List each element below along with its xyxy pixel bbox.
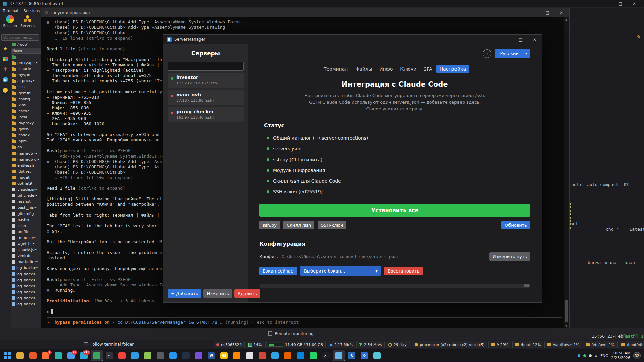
file-tree-item[interactable]: .tmux.co~ xyxy=(11,235,41,241)
quick-connect-input[interactable] xyxy=(1,34,39,41)
file-tree-item[interactable]: .claude.js~ xyxy=(11,247,41,253)
file-tree-item[interactable]: .gitconfig xyxy=(11,210,41,217)
menu-terminal[interactable]: Terminal xyxy=(3,9,18,13)
backup-select[interactable]: Выберите бэкап... ▾ xyxy=(300,266,381,276)
file-tree-item[interactable]: .lesshst xyxy=(11,198,41,204)
file-tree-item[interactable]: .codex xyxy=(11,132,41,138)
file-tree-item[interactable]: .di-proxy~ xyxy=(11,120,41,126)
info-icon[interactable]: i xyxy=(483,49,491,58)
server-list-item[interactable]: proxy-checker161.97.118.40 [ssh] xyxy=(168,107,244,122)
close-icon[interactable]: × xyxy=(528,35,542,44)
file-tree-item[interactable]: .zshrc xyxy=(11,223,41,229)
gmail-icon[interactable] xyxy=(256,350,268,361)
language-selector[interactable]: Русский ▾ xyxy=(495,49,530,58)
session-button[interactable]: Session xyxy=(1,14,19,28)
minimize-icon[interactable]: – xyxy=(526,9,540,16)
server-list-item[interactable]: investor173.212.212.157 [ssh] xyxy=(168,73,244,88)
file-tree-item[interactable]: .nuget xyxy=(11,174,41,180)
file-tree-item[interactable]: log_backu~ xyxy=(11,283,41,289)
file-tree-item[interactable]: .dotnet xyxy=(11,168,41,174)
file-tree-item[interactable]: log_backu~ xyxy=(11,289,41,295)
scroll-down-icon[interactable]: ▼ xyxy=(564,324,569,327)
snipping-tool-icon[interactable] xyxy=(371,350,383,361)
tray-app-icon[interactable] xyxy=(583,354,586,357)
file-tree-item[interactable]: go xyxy=(11,144,41,150)
file-tree-item[interactable]: .local xyxy=(11,114,41,120)
scroll-up-icon[interactable]: ▲ xyxy=(564,18,569,21)
anydesk-icon[interactable] xyxy=(116,350,128,361)
horizontal-scrollbar[interactable] xyxy=(259,284,530,288)
edge-2-icon[interactable] xyxy=(294,350,307,361)
file-tree-item[interactable]: proxyapis~ xyxy=(11,60,41,66)
file-tree-item[interactable]: log_backu~ xyxy=(11,295,41,301)
backup-now-button[interactable]: Бэкап сейчас xyxy=(259,267,297,275)
language-indicator[interactable]: ENG xyxy=(600,354,608,358)
firefox-icon[interactable]: 2 xyxy=(40,350,52,361)
chrome-icon[interactable]: 26 xyxy=(65,350,77,361)
refresh-button[interactable]: Обновить xyxy=(501,221,530,229)
file-tree-item[interactable]: .npm xyxy=(11,138,41,144)
maximize-icon[interactable]: □ xyxy=(514,35,528,44)
scrollbar-thumb[interactable] xyxy=(524,284,530,287)
minimize-icon[interactable]: – xyxy=(599,0,613,7)
file-tree-item[interactable]: log_backu~ xyxy=(11,271,41,277)
sessions-grid-button[interactable] xyxy=(2,56,8,62)
start-icon[interactable] xyxy=(1,350,13,361)
terminal-app-icon[interactable]: >_ xyxy=(103,350,115,361)
whatsapp-icon[interactable] xyxy=(307,350,319,361)
hidden-icons-chevron-icon[interactable]: ∧ xyxy=(595,354,597,358)
firefox-2-icon[interactable] xyxy=(282,350,294,361)
browser-profile-icon[interactable] xyxy=(244,350,256,361)
edit-server-button[interactable]: Изменить xyxy=(203,289,232,298)
media-player-icon[interactable] xyxy=(193,350,205,361)
quick-access-icon[interactable]: Q xyxy=(358,350,370,361)
tree-column-header[interactable]: Name xyxy=(11,48,41,54)
file-tree-item[interactable]: mariadb-d~ xyxy=(11,156,41,162)
file-tree-item[interactable]: .kimi xyxy=(11,102,41,108)
file-tree-item[interactable]: .mariadb_~ xyxy=(11,259,41,265)
server-list-item[interactable]: main-ovh37.187.136.86 [ssh] xyxy=(168,90,244,105)
file-tree-item[interactable]: .cache xyxy=(11,108,41,114)
menu-sessions[interactable]: Sessions xyxy=(24,9,40,13)
close-icon[interactable]: × xyxy=(554,9,569,16)
file-tree-item[interactable]: .. xyxy=(11,54,41,60)
remote-monitoring-toggle[interactable]: Remote monitoring xyxy=(268,331,314,336)
file-tree-item[interactable]: .wget-hs~ xyxy=(11,241,41,247)
install-all-button[interactable]: Установить всё xyxy=(259,204,530,217)
file-tree-item[interactable]: log_backu~ xyxy=(11,277,41,283)
terminal-2-icon[interactable]: >_ xyxy=(320,350,332,361)
file-tree-item[interactable]: .gemini xyxy=(11,90,41,96)
telegram-icon[interactable]: 715 xyxy=(78,350,90,361)
close-icon[interactable]: × xyxy=(627,0,641,7)
restore-button[interactable]: Восстановить xyxy=(384,267,423,275)
notification-count-badge[interactable]: 32 xyxy=(633,352,641,359)
obs-icon[interactable] xyxy=(154,350,166,361)
docker-icon[interactable] xyxy=(167,350,179,361)
file-tree-item[interactable]: dotnet9 xyxy=(11,180,41,186)
follow-terminal-folder-toggle[interactable]: Follow terminal folder xyxy=(84,342,134,347)
maximize-icon[interactable]: □ xyxy=(540,9,554,16)
servers-button[interactable]: Servers xyxy=(19,14,36,28)
brave-browser-icon[interactable] xyxy=(27,350,39,361)
notepad-icon[interactable] xyxy=(142,350,154,361)
tab-2FA[interactable]: 2FA xyxy=(420,65,435,73)
vlc-icon[interactable] xyxy=(231,350,243,361)
word-icon[interactable]: W xyxy=(205,350,217,361)
component-button[interactable]: Скилл /ssh xyxy=(283,221,314,229)
mobaxterm-icon[interactable] xyxy=(333,350,345,361)
hs-app-icon[interactable]: HS xyxy=(218,350,230,361)
file-explorer-icon[interactable] xyxy=(14,350,26,361)
file-tree-item[interactable]: .ssh xyxy=(11,84,41,90)
macro-button[interactable] xyxy=(2,87,8,93)
file-tree-item[interactable]: log_backu~ xyxy=(11,301,41,307)
code-editor-icon[interactable] xyxy=(91,350,103,361)
sftp-upload-icon[interactable]: ⬆ xyxy=(2,66,8,72)
component-button[interactable]: SSH-ключ xyxy=(318,221,346,229)
file-tree-item[interactable]: .qwen xyxy=(11,126,41,132)
taskbar-clock[interactable]: 10:56 AM 2/23/2026 xyxy=(611,351,630,360)
tab-Файлы[interactable]: Файлы xyxy=(352,65,375,73)
vscode-icon[interactable] xyxy=(129,350,141,361)
file-tree-item[interactable]: .config xyxy=(11,96,41,102)
pencil-edit-icon[interactable]: ✎ xyxy=(637,34,641,40)
file-tree-item[interactable]: .viminfo xyxy=(11,253,41,259)
